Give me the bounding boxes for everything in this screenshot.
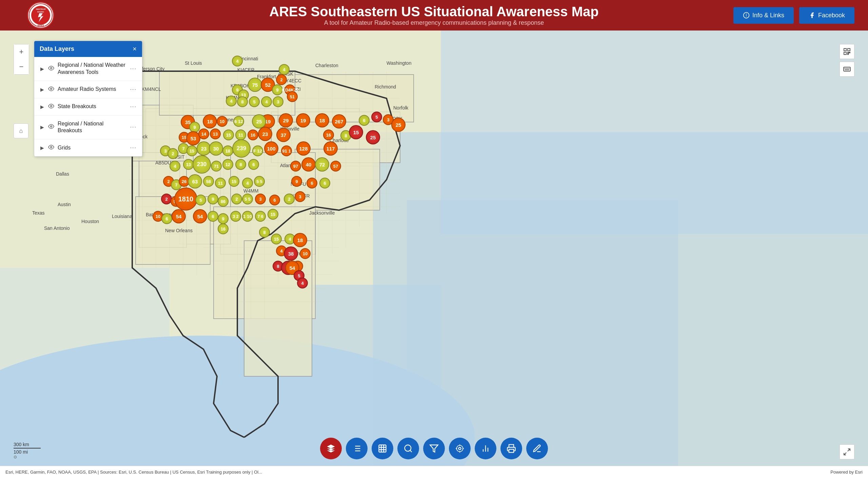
- cluster-marker-105[interactable]: 18: [293, 233, 307, 247]
- cluster-marker-48[interactable]: 30: [209, 141, 223, 156]
- cluster-marker-59[interactable]: 71: [211, 161, 222, 172]
- facebook-button[interactable]: Facebook: [799, 7, 854, 24]
- cluster-marker-99[interactable]: 7 6: [255, 211, 266, 222]
- cluster-marker-12[interactable]: 4: [261, 96, 272, 107]
- qr-code-button[interactable]: [840, 44, 854, 59]
- layer-item-regional[interactable]: ▶ Regional / National Breakouts ···: [34, 116, 142, 140]
- cluster-marker-102[interactable]: 8: [259, 227, 270, 238]
- cluster-marker-22[interactable]: 19: [296, 113, 310, 127]
- cluster-marker-44[interactable]: 2: [167, 148, 178, 159]
- cluster-marker-53[interactable]: 91 1: [281, 145, 292, 156]
- cluster-marker-88[interactable]: 6: [269, 195, 280, 205]
- cluster-marker-16[interactable]: 9: [189, 122, 200, 133]
- cluster-marker-72[interactable]: 11: [215, 178, 226, 188]
- cluster-marker-19[interactable]: 6 12: [233, 116, 244, 127]
- cluster-marker-49[interactable]: 18: [222, 145, 233, 156]
- cluster-marker-97[interactable]: 3 2: [230, 211, 241, 222]
- cluster-marker-92[interactable]: 6: [161, 213, 172, 224]
- cluster-marker-86[interactable]: 5 5: [242, 194, 253, 204]
- locate-tool-button[interactable]: [449, 438, 471, 459]
- cluster-marker-0[interactable]: 4: [232, 56, 243, 66]
- cluster-marker-96[interactable]: 9: [218, 213, 229, 224]
- cluster-marker-61[interactable]: 8: [235, 159, 246, 170]
- print-tool-button[interactable]: [500, 438, 522, 459]
- cluster-marker-107[interactable]: 38: [284, 246, 298, 261]
- cluster-marker-24[interactable]: 25: [252, 114, 266, 128]
- cluster-marker-33[interactable]: 13: [210, 128, 221, 139]
- cluster-marker-103[interactable]: 15: [271, 234, 282, 244]
- cluster-marker-26[interactable]: 6: [359, 115, 370, 126]
- cluster-marker-36[interactable]: 16: [248, 130, 258, 140]
- layer-visibility-amateur[interactable]: [48, 86, 54, 93]
- draw-tool-button[interactable]: [526, 438, 548, 459]
- layer-expand-state[interactable]: ▶: [40, 103, 45, 110]
- layer-expand-amateur[interactable]: ▶: [40, 86, 45, 93]
- cluster-marker-63[interactable]: 97: [290, 161, 301, 172]
- layer-options-amateur[interactable]: ···: [130, 86, 137, 93]
- cluster-marker-10[interactable]: 8: [237, 96, 248, 107]
- layer-item-grids[interactable]: ▶ Grids ···: [34, 139, 142, 156]
- cluster-marker-79[interactable]: 2: [161, 194, 172, 204]
- search-tool-button[interactable]: [397, 438, 419, 459]
- cluster-marker-1[interactable]: 4: [279, 64, 290, 75]
- cluster-marker-70[interactable]: 63: [188, 174, 202, 188]
- cluster-marker-50[interactable]: 239: [232, 139, 251, 158]
- cluster-marker-42[interactable]: 25: [366, 130, 380, 144]
- cluster-marker-51[interactable]: F 12: [252, 145, 263, 156]
- layer-item-weather[interactable]: ▶ Regional / National Weather Awareness …: [34, 57, 142, 81]
- legend-tool-button[interactable]: [346, 438, 368, 459]
- cluster-marker-64[interactable]: 40: [301, 157, 316, 172]
- cluster-marker-62[interactable]: 6: [248, 159, 259, 170]
- cluster-marker-17[interactable]: 18: [203, 114, 217, 128]
- expand-button[interactable]: [840, 444, 854, 459]
- layers-tool-button[interactable]: [320, 438, 342, 459]
- cluster-marker-98[interactable]: 1 10: [242, 211, 253, 222]
- cluster-marker-101[interactable]: 16: [218, 223, 229, 234]
- cluster-marker-55[interactable]: 117: [323, 141, 338, 156]
- layer-options-grids[interactable]: ···: [130, 145, 137, 151]
- cluster-marker-100[interactable]: 15: [268, 209, 278, 220]
- cluster-marker-66[interactable]: 57: [330, 161, 341, 172]
- basemap-tool-button[interactable]: [372, 438, 393, 459]
- layer-item-amateur[interactable]: ▶ Amateur Radio Systems ···: [34, 81, 142, 98]
- layer-options-regional[interactable]: ···: [130, 124, 137, 130]
- filter-tool-button[interactable]: [423, 438, 445, 459]
- cluster-marker-2[interactable]: 2: [276, 74, 287, 85]
- cluster-marker-9[interactable]: 4: [226, 96, 237, 106]
- cluster-marker-94[interactable]: 54: [193, 209, 207, 223]
- cluster-marker-93[interactable]: 54: [172, 209, 186, 223]
- cluster-marker-87[interactable]: 3: [255, 194, 266, 204]
- cluster-marker-5[interactable]: 9: [272, 84, 283, 95]
- cluster-marker-3[interactable]: 75: [248, 78, 262, 92]
- cluster-marker-52[interactable]: 100: [264, 141, 278, 156]
- cluster-marker-78[interactable]: 6: [319, 178, 330, 188]
- layer-visibility-regional[interactable]: [48, 123, 54, 131]
- cluster-marker-77[interactable]: 6: [307, 178, 317, 188]
- cluster-marker-18[interactable]: 10: [217, 116, 228, 127]
- cluster-marker-58[interactable]: 230: [193, 155, 211, 174]
- cluster-marker-32[interactable]: 14: [198, 128, 209, 139]
- cluster-marker-46[interactable]: 15: [186, 145, 197, 156]
- home-button[interactable]: ⌂: [14, 123, 28, 138]
- cluster-marker-11[interactable]: 5: [249, 96, 260, 107]
- cluster-marker-23[interactable]: 18: [315, 113, 329, 127]
- keyboard-button[interactable]: [840, 62, 854, 77]
- cluster-marker-65[interactable]: 72: [315, 157, 329, 172]
- cluster-marker-81[interactable]: 1810: [174, 187, 197, 211]
- cluster-marker-39[interactable]: 16: [323, 130, 334, 140]
- cluster-marker-75[interactable]: 5 5: [254, 176, 265, 187]
- cluster-marker-82[interactable]: 5: [195, 195, 206, 205]
- cluster-marker-85[interactable]: 2: [231, 194, 242, 204]
- cluster-marker-37[interactable]: 23: [258, 127, 272, 141]
- cluster-marker-83[interactable]: 9: [208, 194, 218, 204]
- layer-visibility-weather[interactable]: [48, 65, 54, 73]
- chart-tool-button[interactable]: [475, 438, 496, 459]
- panel-close-button[interactable]: ×: [133, 45, 137, 53]
- cluster-marker-90[interactable]: 3: [295, 191, 305, 202]
- layer-expand-regional[interactable]: ▶: [40, 124, 45, 131]
- cluster-marker-60[interactable]: 12: [222, 159, 233, 170]
- cluster-marker-21[interactable]: 29: [279, 113, 293, 127]
- layer-item-state[interactable]: ▶ State Breakouts ···: [34, 98, 142, 116]
- cluster-marker-38[interactable]: 37: [276, 128, 291, 142]
- info-links-button[interactable]: Info & Links: [733, 7, 794, 24]
